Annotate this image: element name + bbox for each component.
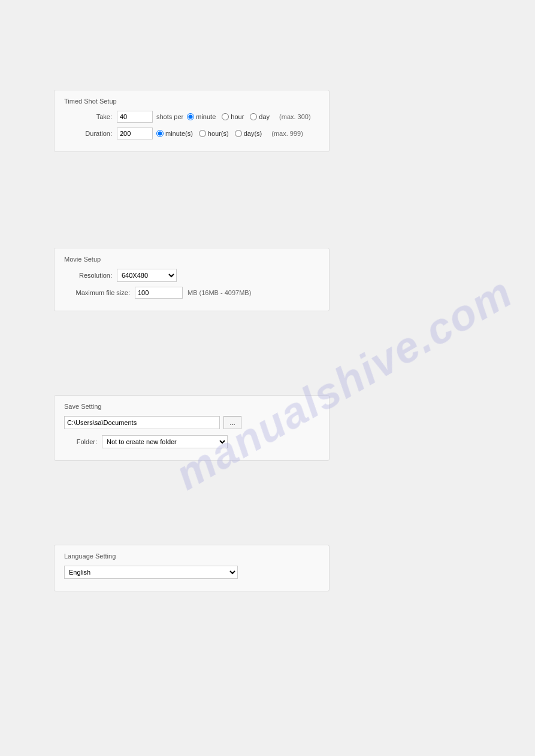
file-size-input[interactable] (135, 287, 183, 299)
save-path-row: ... (64, 416, 319, 429)
minute-radio-option[interactable]: minute (187, 113, 216, 120)
minutes-radio-option[interactable]: minute(s) (156, 130, 193, 137)
hours-radio-option[interactable]: hour(s) (199, 130, 229, 137)
save-path-input[interactable] (64, 416, 220, 429)
movie-setup-section: Movie Setup Resolution: 640X480 320X240 … (54, 248, 330, 311)
language-setting-title: Language Setting (64, 552, 319, 560)
timed-shot-title: Timed Shot Setup (64, 98, 319, 105)
folder-select[interactable]: Not to create new folder Create new fold… (102, 435, 228, 448)
shots-per-radio-group: minute hour day (187, 113, 270, 120)
folder-label: Folder: (64, 438, 97, 445)
duration-max-note: (max. 999) (271, 130, 303, 137)
duration-label: Duration: (64, 130, 112, 137)
duration-radio-group: minute(s) hour(s) day(s) (156, 130, 262, 137)
hour-radio-option[interactable]: hour (222, 113, 244, 120)
minute-label: minute (196, 113, 216, 120)
folder-row: Folder: Not to create new folder Create … (64, 435, 319, 448)
save-setting-section: Save Setting ... Folder: Not to create n… (54, 395, 330, 461)
duration-row: Duration: minute(s) hour(s) day(s) (64, 127, 319, 139)
resolution-row: Resolution: 640X480 320X240 1280X720 192… (64, 269, 319, 282)
minutes-label: minute(s) (165, 130, 193, 137)
movie-setup-title: Movie Setup (64, 256, 319, 263)
minute-radio[interactable] (187, 113, 194, 120)
file-size-row: Maximum file size: MB (16MB - 4097MB) (64, 287, 319, 299)
browse-button[interactable]: ... (223, 416, 241, 429)
take-input[interactable] (117, 111, 153, 123)
timed-shot-section: Timed Shot Setup Take: shots per minute … (54, 90, 330, 152)
days-label: day(s) (244, 130, 262, 137)
day-radio-option[interactable]: day (250, 113, 270, 120)
days-radio-option[interactable]: day(s) (235, 130, 262, 137)
language-row: English Japanese Chinese French German S… (64, 566, 319, 579)
day-radio[interactable] (250, 113, 257, 120)
save-setting-title: Save Setting (64, 403, 319, 410)
minutes-radio[interactable] (156, 130, 164, 137)
take-max-note: (max. 300) (279, 113, 311, 120)
resolution-select[interactable]: 640X480 320X240 1280X720 1920X1080 (117, 269, 177, 282)
duration-input[interactable] (117, 127, 153, 139)
resolution-label: Resolution: (64, 272, 112, 279)
days-radio[interactable] (235, 130, 242, 137)
day-label: day (259, 113, 270, 120)
hour-radio[interactable] (222, 113, 229, 120)
shots-per-label: shots per (156, 113, 183, 120)
hours-label: hour(s) (208, 130, 229, 137)
language-select[interactable]: English Japanese Chinese French German S… (64, 566, 238, 579)
file-size-range: MB (16MB - 4097MB) (188, 289, 251, 296)
language-setting-section: Language Setting English Japanese Chines… (54, 545, 330, 591)
take-row: Take: shots per minute hour day (64, 111, 319, 123)
take-label: Take: (64, 113, 112, 120)
hours-radio[interactable] (199, 130, 206, 137)
file-size-label: Maximum file size: (64, 289, 130, 296)
hour-label: hour (231, 113, 244, 120)
